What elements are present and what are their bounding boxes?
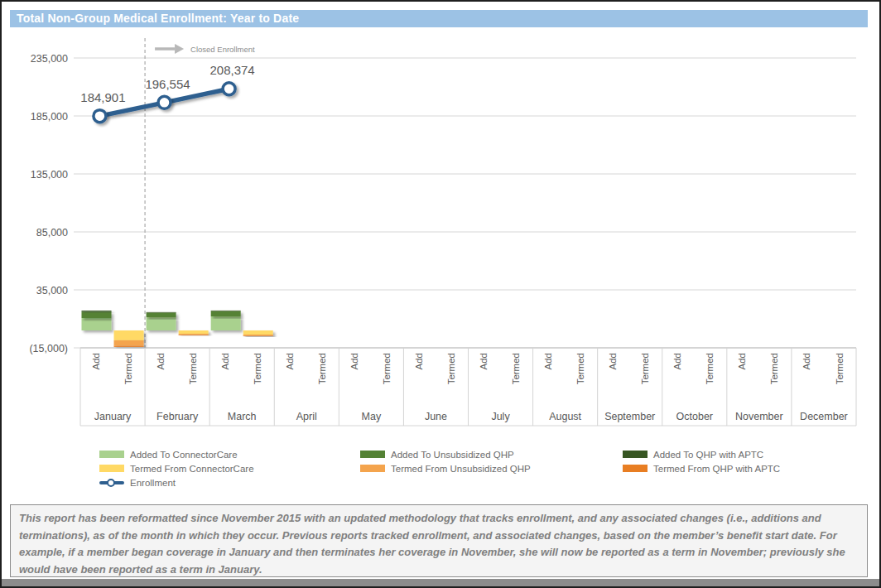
legend-item: Added To Unsubsidized QHP — [360, 447, 531, 461]
legend-item: Added To ConnectorCare — [99, 447, 254, 461]
sub-column-label: Termed — [640, 353, 650, 384]
sub-column-label: Termed — [575, 353, 585, 384]
bar-segment-termed-from-qhp-with-aptc — [114, 346, 144, 347]
bar-segment-added-to-qhp-with-aptc — [82, 311, 112, 311]
legend-item: Enrollment — [99, 475, 254, 489]
enrollment-marker — [223, 83, 235, 95]
sub-column-label: Termed — [382, 353, 392, 384]
month-label: May — [362, 411, 382, 422]
month-label: December — [800, 411, 848, 422]
month-label: September — [604, 411, 655, 422]
category-axis: AddTermedJanuaryAddTermedFebruaryAddTerm… — [80, 348, 856, 426]
legend-label: Termed From QHP with APTC — [653, 464, 780, 474]
legend-column: Added To Unsubsidized QHPTermed From Uns… — [360, 447, 531, 475]
sub-column-label: Add — [285, 353, 295, 369]
month-label: November — [735, 411, 783, 422]
month-label: January — [94, 411, 132, 422]
bar-segment-added-to-qhp-with-aptc — [147, 312, 176, 313]
y-axis-tick-label: 35,000 — [36, 285, 68, 296]
gridlines: 235,000185,000135,00085,00035,000(15,000… — [29, 53, 856, 354]
footnote-text: This report has been reformatted since N… — [19, 510, 857, 578]
sub-column-label: Add — [608, 353, 618, 369]
sub-column-label: Add — [672, 353, 682, 369]
legend-swatch-icon — [99, 465, 124, 472]
legend-label: Termed From ConnectorCare — [130, 464, 254, 474]
legend-label: Termed From Unsubsidized QHP — [391, 464, 531, 474]
bar-segment-termed-from-unsubsidized-qhp — [114, 340, 144, 346]
legend-item: Termed From Unsubsidized QHP — [360, 461, 531, 475]
enrollment-marker — [94, 110, 106, 123]
report-page: Total Non-Group Medical Enrollment: Year… — [0, 0, 881, 588]
sub-column-label: Add — [156, 353, 166, 369]
sub-column-label: Termed — [769, 353, 779, 384]
enrollment-data-label: 184,901 — [80, 90, 125, 104]
sub-column-label: Add — [414, 353, 424, 369]
sub-column-label: Add — [220, 353, 230, 369]
y-axis-tick-label: 185,000 — [31, 111, 68, 123]
legend-swatch-icon — [623, 451, 648, 458]
y-axis-tick-label: 85,000 — [36, 227, 68, 239]
month-label: July — [491, 411, 510, 422]
enrollment-marker — [158, 96, 171, 108]
month-label: February — [156, 411, 199, 422]
legend-item: Termed From QHP with APTC — [623, 461, 780, 475]
bar-segment-termed-from-unsubsidized-qhp — [243, 335, 273, 336]
sub-column-label: Add — [91, 353, 101, 369]
enrollment-line-series: 184,901196,554208,374 — [80, 63, 254, 122]
arrow-right-icon — [175, 44, 184, 54]
sub-column-label: Add — [479, 353, 489, 369]
month-label: June — [425, 411, 447, 422]
sub-column-label: Termed — [446, 353, 456, 384]
y-axis-tick-label: 235,000 — [31, 53, 68, 65]
legend-item: Added To QHP with APTC — [623, 447, 780, 461]
bar-segment-termed-from-unsubsidized-qhp — [179, 334, 209, 335]
chart-legend: Added To ConnectorCareTermed From Connec… — [2, 447, 879, 495]
bar-segment-termed-from-connectorcare — [114, 330, 144, 340]
stacked-bars — [82, 311, 273, 347]
sub-column-label: Termed — [253, 353, 262, 384]
legend-column: Added To ConnectorCareTermed From Connec… — [99, 447, 254, 489]
bar-segment-termed-from-connectorcare — [243, 330, 273, 335]
month-label: March — [228, 411, 257, 422]
enrollment-data-label: 208,374 — [209, 63, 254, 77]
bar-segment-added-to-connectorcare — [147, 317, 176, 330]
month-label: April — [296, 411, 317, 422]
legend-label: Added To QHP with APTC — [653, 450, 763, 460]
legend-label: Added To Unsubsidized QHP — [391, 450, 514, 460]
sub-column-label: Add — [349, 353, 359, 369]
legend-swatch-icon — [360, 465, 385, 472]
sub-column-label: Termed — [123, 353, 133, 384]
enrollment-data-label: 196,554 — [145, 77, 190, 91]
legend-swatch-icon — [623, 465, 648, 472]
sub-column-label: Termed — [705, 353, 715, 384]
sub-column-label: Termed — [317, 353, 327, 384]
bar-segment-added-to-unsubsidized-qhp — [147, 313, 176, 317]
sub-column-label: Add — [802, 353, 811, 369]
bar-segment-added-to-connectorcare — [82, 318, 112, 330]
legend-label: Enrollment — [130, 478, 176, 488]
legend-swatch-icon — [360, 451, 385, 458]
bar-segment-added-to-unsubsidized-qhp — [211, 311, 241, 316]
closed-enrollment-label: Closed Enrollment — [190, 45, 255, 54]
footer-strip — [2, 579, 879, 586]
enrollment-chart: 235,000185,000135,00085,00035,000(15,000… — [2, 2, 879, 447]
bar-segment-termed-from-connectorcare — [179, 330, 209, 334]
legend-swatch-icon — [99, 451, 124, 458]
bar-segment-added-to-qhp-with-aptc — [211, 311, 241, 311]
month-label: October — [676, 411, 713, 422]
footnote-box: This report has been reformatted since N… — [10, 504, 868, 577]
sub-column-label: Termed — [188, 353, 198, 384]
sub-column-label: Termed — [511, 353, 521, 384]
sub-column-label: Termed — [835, 353, 845, 384]
y-axis-tick-label: (15,000) — [29, 343, 68, 354]
month-label: August — [549, 411, 581, 422]
legend-column: Added To QHP with APTCTermed From QHP wi… — [623, 447, 780, 475]
legend-item: Termed From ConnectorCare — [99, 461, 254, 475]
enrollment-line-swatch-icon — [99, 479, 124, 486]
legend-label: Added To ConnectorCare — [130, 450, 238, 460]
closed-enrollment-annotation: Closed Enrollment — [155, 44, 255, 54]
sub-column-label: Add — [737, 353, 747, 369]
sub-column-label: Add — [543, 353, 553, 369]
y-axis-tick-label: 135,000 — [31, 169, 68, 181]
bar-segment-added-to-connectorcare — [211, 316, 241, 330]
